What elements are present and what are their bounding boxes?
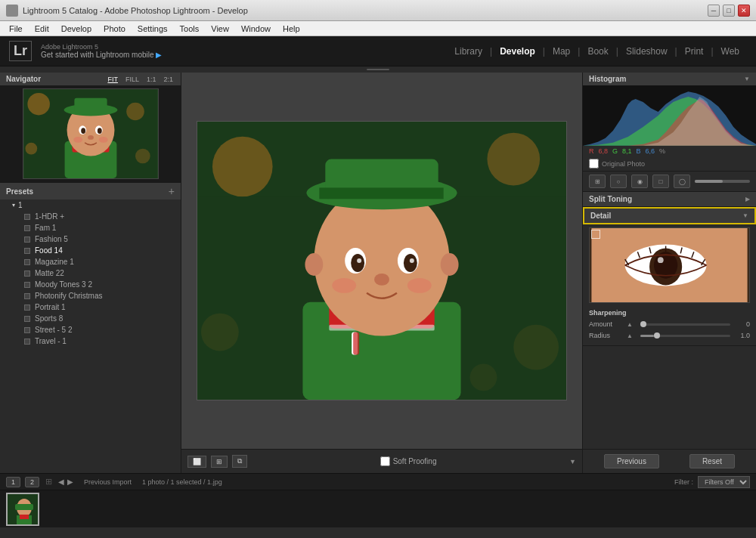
svg-point-43 — [305, 253, 323, 276]
preset-item-matte22[interactable]: Matte 22 — [0, 267, 181, 279]
module-picker: Library | Develop | Map | Book | Slidesh… — [447, 46, 747, 57]
filmstrip-info: 1 photo / 1 selected / 1.jpg — [142, 478, 222, 486]
preset-item-street52[interactable]: Street - 5 2 — [0, 324, 181, 335]
minimize-button[interactable]: ─ — [708, 5, 720, 17]
original-photo-checkbox[interactable] — [589, 159, 599, 169]
preset-item-fashion5[interactable]: Fashion 5 — [0, 233, 181, 245]
amount-slider-thumb — [640, 321, 646, 327]
nav-fill[interactable]: FILL — [124, 76, 141, 83]
maximize-button[interactable]: □ — [723, 5, 735, 17]
filmstrip-tab2[interactable]: 2 — [25, 477, 39, 487]
filter-select[interactable]: Filters Off — [698, 476, 750, 488]
menu-file[interactable]: File — [3, 21, 29, 36]
detail-thumbnail[interactable] — [589, 227, 750, 303]
tool-loupe[interactable]: ⧉ — [232, 455, 247, 468]
menu-develop[interactable]: Develop — [55, 21, 98, 36]
menu-tools[interactable]: Tools — [174, 21, 206, 36]
radius-value: 1.0 — [735, 332, 750, 339]
menu-help[interactable]: Help — [277, 21, 306, 36]
soft-proofing-checkbox[interactable] — [380, 456, 390, 466]
photo-area[interactable] — [181, 73, 582, 449]
top-resize-handle[interactable] — [0, 66, 756, 73]
preset-item-travel1[interactable]: Travel - 1 — [0, 335, 181, 347]
menu-photo[interactable]: Photo — [98, 21, 132, 36]
module-develop[interactable]: Develop — [492, 46, 543, 57]
preset-group-1: 1 1-HDR + Fam 1 Fashion 5 Food 14 — [0, 199, 181, 347]
sharpening-section: Sharpening Amount ▲ 0 Radius ▲ — [583, 306, 756, 345]
tool-brush-icon[interactable]: ◉ — [631, 175, 648, 188]
tool-grid[interactable]: ⊞ — [211, 456, 228, 468]
svg-rect-29 — [353, 332, 359, 355]
menu-window[interactable]: Window — [235, 21, 277, 36]
histogram-canvas — [583, 85, 756, 146]
presets-header: Presets + — [0, 183, 181, 199]
filmstrip-prev-arrow[interactable]: ◀ — [58, 478, 64, 486]
reset-button[interactable]: Reset — [689, 454, 735, 468]
svg-rect-33 — [319, 187, 443, 199]
amount-slider-track[interactable] — [640, 323, 730, 326]
histogram-percent: % — [659, 147, 665, 155]
histogram-values: R 6,8 G 8,1 B 6,6 % — [583, 146, 756, 156]
mobile-link-arrow[interactable]: ▶ — [156, 51, 162, 59]
menu-view[interactable]: View — [205, 21, 235, 36]
module-library[interactable]: Library — [447, 46, 490, 57]
main-area: Navigator FIT FILL 1:1 2:1 — [0, 73, 756, 473]
menu-edit[interactable]: Edit — [29, 21, 55, 36]
preset-item-magazine1[interactable]: Magazine 1 — [0, 256, 181, 267]
histogram-collapse-arrow[interactable]: ▼ — [744, 76, 750, 82]
preset-item-moody[interactable]: Moody Tones 3 2 — [0, 279, 181, 290]
svg-rect-9 — [74, 98, 107, 113]
filmstrip-tab1[interactable]: 1 — [6, 477, 20, 487]
soft-proofing-toggle: Soft Proofing — [380, 456, 437, 466]
filter-label: Filter : — [674, 478, 693, 486]
module-book[interactable]: Book — [580, 46, 615, 57]
histogram-g-value: 8,1 — [622, 147, 632, 155]
detail-header[interactable]: Detail ▼ — [583, 207, 756, 224]
nav-1to1[interactable]: 1:1 — [145, 76, 158, 83]
navigator-preview[interactable] — [0, 85, 181, 182]
nav-fit[interactable]: FIT — [106, 76, 119, 83]
filmstrip-next-arrow[interactable]: ▶ — [67, 478, 73, 486]
menu-settings[interactable]: Settings — [132, 21, 174, 36]
svg-point-19 — [487, 133, 540, 186]
navigator-panel: Navigator FIT FILL 1:1 2:1 — [0, 73, 181, 183]
preset-icon — [24, 305, 30, 311]
module-map[interactable]: Map — [545, 46, 578, 57]
module-web[interactable]: Web — [714, 46, 747, 57]
filmstrip-photo-1[interactable] — [6, 493, 39, 526]
tool-crop[interactable]: ⬜ — [187, 456, 206, 468]
histogram-b-label: B — [637, 147, 641, 155]
preset-item-portrait1[interactable]: Portrait 1 — [0, 301, 181, 313]
split-toning-header[interactable]: Split Toning ▶ — [583, 192, 756, 206]
amount-row: Amount ▲ 0 — [589, 320, 750, 329]
tool-slider-track[interactable] — [695, 180, 750, 183]
tool-oval-icon[interactable]: ◯ — [674, 175, 690, 188]
preset-item-1hdr[interactable]: 1-HDR + — [0, 211, 181, 222]
nav-2to1[interactable]: 2:1 — [162, 76, 175, 83]
preset-item-photonify[interactable]: Photonify Christmas — [0, 290, 181, 301]
previous-button[interactable]: Previous — [604, 454, 659, 468]
preset-item-fam1[interactable]: Fam 1 — [0, 222, 181, 233]
preset-group-header[interactable]: 1 — [0, 199, 181, 211]
mobile-label: Get started with Lightroom mobile ▶ — [41, 51, 162, 59]
module-slideshow[interactable]: Slideshow — [618, 46, 675, 57]
presets-title: Presets — [6, 187, 33, 196]
tool-rect-icon[interactable]: □ — [652, 175, 669, 188]
histogram-b-value: 6,6 — [646, 147, 655, 155]
detail-crosshair — [591, 230, 600, 239]
radius-icon: ▲ — [627, 331, 636, 340]
menu-bar: File Edit Develop Photo Settings Tools V… — [0, 21, 756, 36]
tool-grid-icon[interactable]: ⊞ — [589, 175, 606, 188]
module-print[interactable]: Print — [677, 46, 711, 57]
preset-item-sports8[interactable]: Sports 8 — [0, 313, 181, 324]
presets-panel: Presets + 1 1-HDR + Fam 1 Fashion 5 — [0, 183, 181, 473]
radius-slider-track[interactable] — [640, 335, 730, 337]
svg-point-1 — [27, 93, 50, 116]
main-photo — [197, 121, 567, 400]
preset-icon — [24, 237, 30, 243]
close-button[interactable]: ✕ — [738, 5, 750, 17]
tool-circle-icon[interactable]: ○ — [610, 175, 627, 188]
grid-icon: ⊞ — [45, 477, 52, 487]
presets-add-button[interactable]: + — [169, 185, 175, 197]
preset-item-food14[interactable]: Food 14 — [0, 245, 181, 256]
